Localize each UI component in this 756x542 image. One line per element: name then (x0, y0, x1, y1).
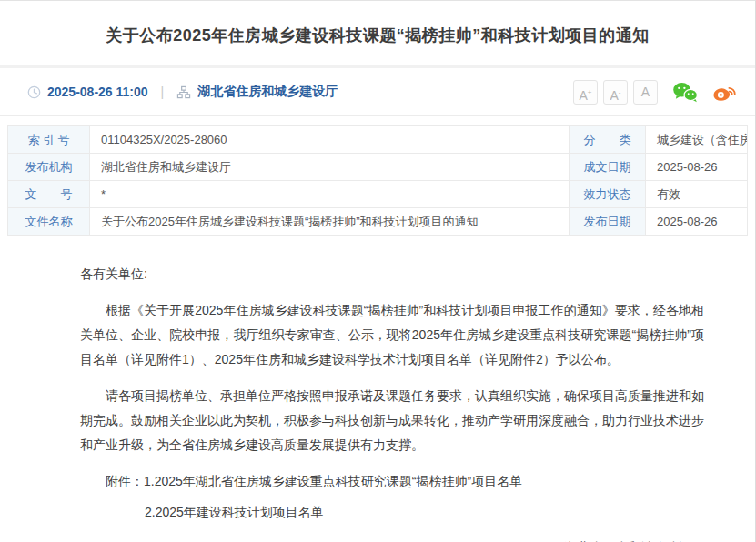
index-number-value: 01104325X/2025-28060 (90, 126, 570, 154)
font-increase-sup: + (588, 88, 592, 96)
source-org-link[interactable]: 湖北省住房和城乡建设厅 (197, 84, 338, 100)
body-paragraph: 请各项目揭榜单位、承担单位严格按照申报承诺及课题任务要求，认真组织实施，确保项目… (80, 384, 704, 457)
category-value: 城乡建设（含住房） (646, 126, 748, 154)
meta-right: A+ A- A (568, 80, 737, 105)
font-increase-button[interactable]: A+ (573, 80, 598, 105)
source-org-icon (176, 85, 191, 99)
title-section: 关于公布2025年住房城乡建设科技课题“揭榜挂帅”和科技计划项目的通知 (0, 1, 755, 68)
font-decrease-sup: - (619, 88, 621, 96)
table-row: 文 号 * 效力状态 有效 (8, 181, 748, 208)
written-date-value: 2025-08-26 (646, 154, 748, 181)
publish-date-value: 2025-08-26 (646, 208, 748, 236)
index-number-label: 索 引 号 (8, 126, 90, 154)
file-name-value: 关于公布2025年住房城乡建设科技课题“揭榜挂帅”和科技计划项目的通知 (90, 208, 570, 236)
meta-left: 2025-08-26 11:00 | 湖北省住房和城乡建设厅 (27, 84, 338, 100)
meta-bar: 2025-08-26 11:00 | 湖北省住房和城乡建设厅 A+ A- A (0, 68, 755, 116)
table-row: 文件名称 关于公布2025年住房城乡建设科技课题“揭榜挂帅”和科技计划项目的通知… (8, 208, 748, 236)
body-paragraph: 根据《关于开展2025年住房城乡建设科技课题“揭榜挂帅”和科技计划项目申报工作的… (80, 298, 704, 372)
issuing-agency-label: 发布机构 (8, 154, 90, 181)
attachment-item-2: 2.2025年建设科技计划项目名单 (145, 505, 324, 519)
doc-number-value: * (90, 181, 570, 208)
issuing-agency-value: 湖北省住房和城乡建设厅 (90, 154, 570, 181)
file-name-label: 文件名称 (8, 208, 90, 236)
attachment-item-1: 1.2025年湖北省住房城乡建设重点科技研究课题“揭榜挂帅”项目名单 (144, 474, 522, 488)
document-info-table: 索 引 号 01104325X/2025-28060 分 类 城乡建设（含住房）… (7, 125, 748, 236)
attachment-line: 附件：1.2025年湖北省住房城乡建设重点科技研究课题“揭榜挂帅”项目名单 (80, 469, 704, 494)
document-body: 各有关单位: 根据《关于开展2025年住房城乡建设科技课题“揭榜挂帅”和科技计划… (0, 236, 755, 542)
wechat-share-icon[interactable] (672, 81, 698, 103)
meta-separator: | (161, 85, 165, 99)
validity-status-value: 有效 (646, 181, 748, 208)
attachments-label: 附件： (106, 474, 144, 488)
table-row: 索 引 号 01104325X/2025-28060 分 类 城乡建设（含住房） (8, 126, 748, 154)
signature-org: 湖北省住房和城乡建设厅 (80, 536, 704, 542)
doc-number-label: 文 号 (8, 181, 90, 208)
publish-date-label: 发布日期 (570, 208, 646, 236)
written-date-label: 成文日期 (570, 154, 646, 181)
attachment-line: 2.2025年建设科技计划项目名单 (80, 500, 704, 525)
font-decrease-button[interactable]: A- (603, 80, 628, 105)
weibo-share-icon[interactable] (712, 81, 737, 103)
page-title: 关于公布2025年住房城乡建设科技课题“揭榜挂帅”和科技计划项目的通知 (41, 25, 714, 46)
publish-time: 2025-08-26 11:00 (47, 85, 148, 99)
validity-status-label: 效力状态 (570, 181, 646, 208)
notice-page: 关于公布2025年住房城乡建设科技课题“揭榜挂帅”和科技计划项目的通知 2025… (0, 0, 756, 542)
clock-icon (27, 85, 41, 99)
salutation: 各有关单位: (80, 262, 704, 286)
category-label: 分 类 (570, 126, 646, 154)
font-reset-button[interactable]: A (633, 80, 658, 105)
table-row: 发布机构 湖北省住房和城乡建设厅 成文日期 2025-08-26 (8, 154, 748, 181)
